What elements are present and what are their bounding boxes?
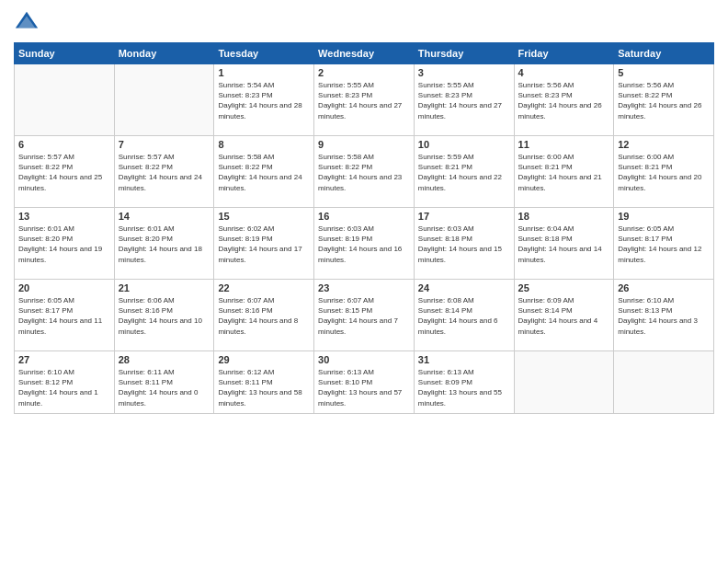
day-number: 29 xyxy=(218,354,310,365)
calendar-header-tuesday: Tuesday xyxy=(214,43,314,64)
day-info: Sunrise: 6:11 AM Sunset: 8:11 PM Dayligh… xyxy=(119,367,210,408)
day-number: 22 xyxy=(218,282,310,293)
day-number: 14 xyxy=(119,211,210,222)
day-info: Sunrise: 6:01 AM Sunset: 8:20 PM Dayligh… xyxy=(18,224,110,265)
day-number: 8 xyxy=(218,139,310,150)
day-number: 15 xyxy=(218,211,310,222)
day-info: Sunrise: 6:03 AM Sunset: 8:19 PM Dayligh… xyxy=(318,224,410,265)
day-info: Sunrise: 6:05 AM Sunset: 8:17 PM Dayligh… xyxy=(618,224,710,265)
day-info: Sunrise: 6:05 AM Sunset: 8:17 PM Dayligh… xyxy=(18,295,110,337)
calendar-cell: 2Sunrise: 5:55 AM Sunset: 8:23 PM Daylig… xyxy=(314,64,415,136)
day-info: Sunrise: 6:10 AM Sunset: 8:13 PM Dayligh… xyxy=(618,295,710,337)
day-number: 27 xyxy=(18,354,110,365)
day-number: 7 xyxy=(119,139,210,150)
calendar-cell: 14Sunrise: 6:01 AM Sunset: 8:20 PM Dayli… xyxy=(114,208,214,280)
calendar-cell xyxy=(15,64,115,136)
calendar-cell: 12Sunrise: 6:00 AM Sunset: 8:21 PM Dayli… xyxy=(614,136,714,208)
calendar-cell xyxy=(514,351,614,414)
calendar-cell: 3Sunrise: 5:55 AM Sunset: 8:23 PM Daylig… xyxy=(414,64,514,136)
calendar-cell: 20Sunrise: 6:05 AM Sunset: 8:17 PM Dayli… xyxy=(15,280,115,351)
day-number: 31 xyxy=(418,354,510,365)
day-number: 30 xyxy=(318,354,410,365)
calendar-cell: 10Sunrise: 5:59 AM Sunset: 8:21 PM Dayli… xyxy=(414,136,514,208)
calendar-cell: 6Sunrise: 5:57 AM Sunset: 8:22 PM Daylig… xyxy=(15,136,115,208)
calendar-header-row: SundayMondayTuesdayWednesdayThursdayFrid… xyxy=(15,43,714,64)
calendar-cell: 17Sunrise: 6:03 AM Sunset: 8:18 PM Dayli… xyxy=(414,208,514,280)
day-number: 24 xyxy=(418,282,510,293)
calendar-cell: 8Sunrise: 5:58 AM Sunset: 8:22 PM Daylig… xyxy=(214,136,314,208)
day-number: 17 xyxy=(418,211,510,222)
calendar: SundayMondayTuesdayWednesdayThursdayFrid… xyxy=(14,42,714,414)
calendar-week-5: 27Sunrise: 6:10 AM Sunset: 8:12 PM Dayli… xyxy=(15,351,714,414)
day-info: Sunrise: 6:00 AM Sunset: 8:21 PM Dayligh… xyxy=(518,152,610,193)
calendar-cell: 27Sunrise: 6:10 AM Sunset: 8:12 PM Dayli… xyxy=(15,351,115,414)
calendar-cell: 4Sunrise: 5:56 AM Sunset: 8:23 PM Daylig… xyxy=(514,64,614,136)
day-number: 16 xyxy=(318,211,410,222)
calendar-cell: 1Sunrise: 5:54 AM Sunset: 8:23 PM Daylig… xyxy=(214,64,314,136)
calendar-cell: 25Sunrise: 6:09 AM Sunset: 8:14 PM Dayli… xyxy=(514,280,614,351)
day-info: Sunrise: 5:55 AM Sunset: 8:23 PM Dayligh… xyxy=(418,80,510,121)
day-number: 9 xyxy=(318,139,410,150)
calendar-cell: 13Sunrise: 6:01 AM Sunset: 8:20 PM Dayli… xyxy=(15,208,115,280)
day-number: 10 xyxy=(418,139,510,150)
day-info: Sunrise: 6:07 AM Sunset: 8:16 PM Dayligh… xyxy=(218,295,310,337)
calendar-cell: 15Sunrise: 6:02 AM Sunset: 8:19 PM Dayli… xyxy=(214,208,314,280)
calendar-header-friday: Friday xyxy=(514,43,614,64)
day-number: 5 xyxy=(618,67,710,78)
day-info: Sunrise: 6:13 AM Sunset: 8:10 PM Dayligh… xyxy=(318,367,410,408)
day-info: Sunrise: 5:54 AM Sunset: 8:23 PM Dayligh… xyxy=(218,80,310,121)
day-number: 1 xyxy=(218,67,310,78)
day-info: Sunrise: 5:56 AM Sunset: 8:23 PM Dayligh… xyxy=(518,80,610,121)
day-number: 13 xyxy=(18,211,110,222)
day-number: 20 xyxy=(18,282,110,293)
day-info: Sunrise: 6:03 AM Sunset: 8:18 PM Dayligh… xyxy=(418,224,510,265)
calendar-cell: 18Sunrise: 6:04 AM Sunset: 8:18 PM Dayli… xyxy=(514,208,614,280)
day-number: 2 xyxy=(318,67,410,78)
day-number: 19 xyxy=(618,211,710,222)
day-info: Sunrise: 6:12 AM Sunset: 8:11 PM Dayligh… xyxy=(218,367,310,408)
day-info: Sunrise: 6:10 AM Sunset: 8:12 PM Dayligh… xyxy=(18,367,110,408)
header xyxy=(14,9,714,35)
day-number: 26 xyxy=(618,282,710,293)
calendar-cell: 19Sunrise: 6:05 AM Sunset: 8:17 PM Dayli… xyxy=(614,208,714,280)
calendar-cell: 26Sunrise: 6:10 AM Sunset: 8:13 PM Dayli… xyxy=(614,280,714,351)
day-info: Sunrise: 6:04 AM Sunset: 8:18 PM Dayligh… xyxy=(518,224,610,265)
day-number: 11 xyxy=(518,139,610,150)
day-info: Sunrise: 5:57 AM Sunset: 8:22 PM Dayligh… xyxy=(18,152,110,193)
calendar-cell: 7Sunrise: 5:57 AM Sunset: 8:22 PM Daylig… xyxy=(114,136,214,208)
day-info: Sunrise: 6:00 AM Sunset: 8:21 PM Dayligh… xyxy=(618,152,710,193)
calendar-header-saturday: Saturday xyxy=(614,43,714,64)
calendar-cell: 31Sunrise: 6:13 AM Sunset: 8:09 PM Dayli… xyxy=(414,351,514,414)
day-number: 4 xyxy=(518,67,610,78)
day-info: Sunrise: 6:07 AM Sunset: 8:15 PM Dayligh… xyxy=(318,295,410,337)
logo xyxy=(14,9,43,35)
day-info: Sunrise: 6:13 AM Sunset: 8:09 PM Dayligh… xyxy=(418,367,510,408)
day-info: Sunrise: 6:01 AM Sunset: 8:20 PM Dayligh… xyxy=(119,224,210,265)
calendar-cell: 11Sunrise: 6:00 AM Sunset: 8:21 PM Dayli… xyxy=(514,136,614,208)
day-number: 12 xyxy=(618,139,710,150)
calendar-header-sunday: Sunday xyxy=(15,43,115,64)
calendar-cell xyxy=(114,64,214,136)
day-info: Sunrise: 5:56 AM Sunset: 8:22 PM Dayligh… xyxy=(618,80,710,121)
calendar-week-3: 13Sunrise: 6:01 AM Sunset: 8:20 PM Dayli… xyxy=(15,208,714,280)
logo-icon xyxy=(14,9,40,35)
calendar-cell: 22Sunrise: 6:07 AM Sunset: 8:16 PM Dayli… xyxy=(214,280,314,351)
day-info: Sunrise: 6:06 AM Sunset: 8:16 PM Dayligh… xyxy=(119,295,210,337)
day-info: Sunrise: 6:02 AM Sunset: 8:19 PM Dayligh… xyxy=(218,224,310,265)
calendar-cell: 16Sunrise: 6:03 AM Sunset: 8:19 PM Dayli… xyxy=(314,208,415,280)
calendar-cell xyxy=(614,351,714,414)
calendar-header-monday: Monday xyxy=(114,43,214,64)
calendar-week-4: 20Sunrise: 6:05 AM Sunset: 8:17 PM Dayli… xyxy=(15,280,714,351)
calendar-week-2: 6Sunrise: 5:57 AM Sunset: 8:22 PM Daylig… xyxy=(15,136,714,208)
calendar-cell: 28Sunrise: 6:11 AM Sunset: 8:11 PM Dayli… xyxy=(114,351,214,414)
day-info: Sunrise: 5:59 AM Sunset: 8:21 PM Dayligh… xyxy=(418,152,510,193)
day-number: 3 xyxy=(418,67,510,78)
calendar-header-thursday: Thursday xyxy=(414,43,514,64)
day-number: 28 xyxy=(119,354,210,365)
day-number: 23 xyxy=(318,282,410,293)
page: SundayMondayTuesdayWednesdayThursdayFrid… xyxy=(0,0,728,563)
calendar-cell: 30Sunrise: 6:13 AM Sunset: 8:10 PM Dayli… xyxy=(314,351,415,414)
day-number: 25 xyxy=(518,282,610,293)
calendar-week-1: 1Sunrise: 5:54 AM Sunset: 8:23 PM Daylig… xyxy=(15,64,714,136)
calendar-cell: 24Sunrise: 6:08 AM Sunset: 8:14 PM Dayli… xyxy=(414,280,514,351)
